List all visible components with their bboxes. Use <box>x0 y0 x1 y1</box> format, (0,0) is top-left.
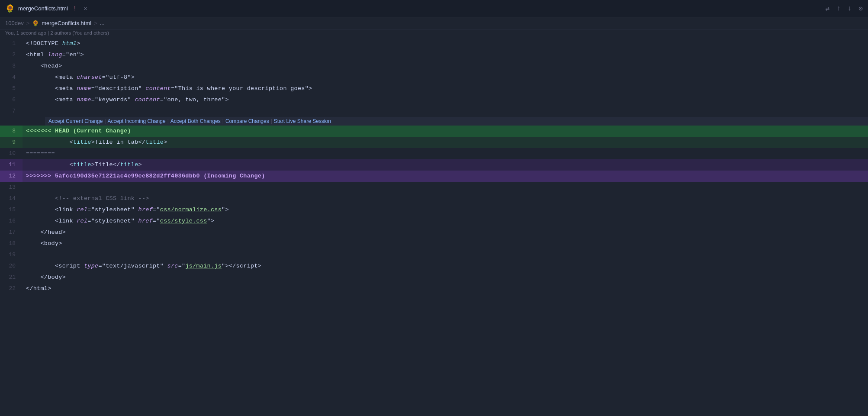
breadcrumb-workspace[interactable]: 100dev <box>5 20 24 26</box>
navigate-down-icon[interactable]: ↓ <box>848 5 852 13</box>
line-content-3: <head> <box>23 61 868 72</box>
line-number-19: 19 <box>0 249 23 261</box>
conflict-actions-bar: Accept Current Change | Accept Incoming … <box>45 117 868 126</box>
line-number-1: 1 <box>0 38 23 49</box>
line-content-20: <script type="text/javascript" src="js/m… <box>23 261 868 272</box>
line-content-13 <box>23 182 868 193</box>
git-meta: You, 1 second ago | 2 authors (You and o… <box>0 29 868 38</box>
line-content-16: <link rel="stylesheet" href="css/style.c… <box>23 216 868 227</box>
line-content-22: </html> <box>23 283 868 294</box>
tab-filename: mergeConflicts.html <box>18 5 68 12</box>
code-line-12: 12 >>>>>>> 5afcc190d35e71221ac4e99ee882d… <box>0 171 868 182</box>
code-line-14: 14 <!-- external CSS link --> <box>0 193 868 204</box>
code-line-10: 10 ======== <box>0 148 868 159</box>
line-content-15: <link rel="stylesheet" href="css/normali… <box>23 204 868 216</box>
split-editor-icon[interactable]: ⇄ <box>826 4 830 13</box>
code-line-13: 13 <box>0 182 868 193</box>
code-line-16: 16 <link rel="stylesheet" href="css/styl… <box>0 216 868 227</box>
conflict-actions-container: Accept Current Change | Accept Incoming … <box>0 117 868 126</box>
line-content-10: ======== <box>23 148 868 159</box>
breadcrumb: 100dev > 🌻 mergeConflicts.html > ... <box>0 17 868 29</box>
more-options-icon[interactable]: ⊙ <box>858 4 863 13</box>
line-number-15: 15 <box>0 204 23 216</box>
code-line-21: 21 </body> <box>0 272 868 283</box>
code-line-3: 3 <head> <box>0 61 868 72</box>
line-number-6: 6 <box>0 94 23 106</box>
line-number-20: 20 <box>0 261 23 272</box>
code-line-4: 4 <meta charset="utf-8"> <box>0 72 868 83</box>
line-content-14: <!-- external CSS link --> <box>23 193 868 204</box>
line-number-18: 18 <box>0 238 23 249</box>
line-number-12: 12 <box>0 171 23 182</box>
line-number-21: 21 <box>0 272 23 283</box>
code-line-7: 7 <box>0 106 868 117</box>
accept-incoming-change-button[interactable]: Accept Incoming Change <box>108 118 166 124</box>
line-content-4: <meta charset="utf-8"> <box>23 72 868 83</box>
tab-modified-indicator: ! <box>73 5 77 12</box>
line-content-1: <!DOCTYPE html> <box>23 38 868 49</box>
line-content-19 <box>23 249 868 261</box>
navigate-up-icon[interactable]: ↑ <box>836 5 841 13</box>
code-line-11: 11 <title>Title</title> <box>0 159 868 171</box>
start-live-share-button[interactable]: Start Live Share Session <box>274 118 331 124</box>
code-line-5: 5 <meta name="description" content="This… <box>0 83 868 94</box>
file-icon: 🌻 <box>5 4 15 13</box>
code-line-18: 18 <body> <box>0 238 868 249</box>
accept-current-change-button[interactable]: Accept Current Change <box>48 118 103 124</box>
code-line-15: 15 <link rel="stylesheet" href="css/norm… <box>0 204 868 216</box>
code-line-19: 19 <box>0 249 868 261</box>
line-number-3: 3 <box>0 61 23 72</box>
code-line-2: 2 <html lang="en"> <box>0 49 868 61</box>
tab-group: 🌻 mergeConflicts.html ! ✕ <box>5 4 87 13</box>
line-content-17: </head> <box>23 227 868 238</box>
code-line-17: 17 </head> <box>0 227 868 238</box>
code-line-20: 20 <script type="text/javascript" src="j… <box>0 261 868 272</box>
title-bar: 🌻 mergeConflicts.html ! ✕ ⇄ ↑ ↓ ⊙ <box>0 0 868 17</box>
line-content-5: <meta name="description" content="This i… <box>23 83 868 94</box>
code-line-8: 8 <<<<<<< HEAD (Current Change) <box>0 126 868 137</box>
line-number-4: 4 <box>0 72 23 83</box>
line-number-8: 8 <box>0 126 23 137</box>
editor[interactable]: 1 <!DOCTYPE html> 2 <html lang="en"> 3 <… <box>0 38 868 412</box>
line-content-7 <box>23 106 868 117</box>
code-line-6: 6 <meta name="keywords" content="one, tw… <box>0 94 868 106</box>
breadcrumb-ellipsis[interactable]: ... <box>100 20 105 26</box>
line-number-10: 10 <box>0 148 23 159</box>
code-line-22: 22 </html> <box>0 283 868 294</box>
compare-changes-button[interactable]: Compare Changes <box>225 118 269 124</box>
breadcrumb-sep1: > <box>26 20 30 26</box>
line-number-14: 14 <box>0 193 23 204</box>
code-line-1: 1 <!DOCTYPE html> <box>0 38 868 49</box>
line-number-17: 17 <box>0 227 23 238</box>
line-number-9: 9 <box>0 137 23 148</box>
breadcrumb-folder-icon: 🌻 <box>32 20 39 26</box>
line-number-7: 7 <box>0 106 23 117</box>
line-content-9: <title>Title in tab</title> <box>23 137 868 148</box>
line-number-16: 16 <box>0 216 23 227</box>
breadcrumb-sep2: > <box>94 20 97 26</box>
breadcrumb-filename[interactable]: mergeConflicts.html <box>42 20 91 26</box>
line-number-2: 2 <box>0 49 23 61</box>
line-number-11: 11 <box>0 159 23 171</box>
line-content-8: <<<<<<< HEAD (Current Change) <box>23 126 868 137</box>
line-content-11: <title>Title</title> <box>23 159 868 171</box>
line-content-18: <body> <box>23 238 868 249</box>
code-line-9: 9 <title>Title in tab</title> <box>0 137 868 148</box>
line-number-13: 13 <box>0 182 23 193</box>
tab-close-button[interactable]: ✕ <box>84 5 87 12</box>
line-number-5: 5 <box>0 83 23 94</box>
line-number-22: 22 <box>0 283 23 294</box>
line-content-2: <html lang="en"> <box>23 49 868 61</box>
line-content-21: </body> <box>23 272 868 283</box>
line-content-6: <meta name="keywords" content="one, two,… <box>23 94 868 106</box>
title-bar-actions: ⇄ ↑ ↓ ⊙ <box>826 4 863 13</box>
line-content-12: >>>>>>> 5afcc190d35e71221ac4e99ee882d2ff… <box>23 171 868 182</box>
accept-both-changes-button[interactable]: Accept Both Changes <box>170 118 221 124</box>
